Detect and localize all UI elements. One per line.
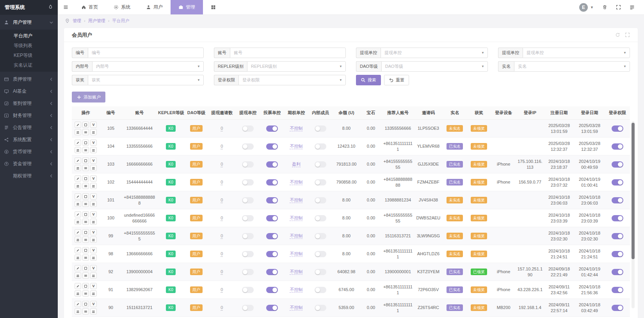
- action-edit-button[interactable]: [75, 175, 81, 182]
- withdraw-toggle[interactable]: [242, 161, 254, 168]
- vote-toggle[interactable]: [266, 143, 278, 150]
- action-window-button[interactable]: [82, 193, 89, 200]
- option-ctrl-link[interactable]: 不控制: [290, 305, 302, 311]
- action-window-button[interactable]: [82, 301, 89, 307]
- fullscreen-icon[interactable]: [616, 5, 621, 10]
- option-ctrl-link[interactable]: 不控制: [290, 216, 302, 221]
- invites-link[interactable]: 0: [221, 233, 223, 239]
- action-edit-button[interactable]: [75, 301, 81, 307]
- action-window-button[interactable]: [82, 283, 89, 289]
- invites-link[interactable]: 0: [221, 180, 223, 185]
- action-team2-button[interactable]: [90, 201, 97, 207]
- action-window-button[interactable]: [82, 247, 89, 253]
- action-window-button[interactable]: [82, 175, 89, 182]
- refresh-icon[interactable]: [615, 32, 620, 37]
- invites-link[interactable]: 0: [221, 216, 223, 221]
- login-perm-toggle[interactable]: [612, 143, 623, 150]
- reset-button[interactable]: 重置: [384, 75, 409, 85]
- sidebar-item-0[interactable]: 用户管理: [0, 18, 58, 27]
- tab-grid[interactable]: [203, 0, 224, 14]
- sidebar-item-3[interactable]: 签到管理: [0, 99, 58, 108]
- action-team2-button[interactable]: [90, 237, 97, 243]
- action-v-button[interactable]: V: [90, 122, 97, 128]
- filter-input[interactable]: 编号: [88, 48, 204, 58]
- invites-link[interactable]: 0: [221, 287, 223, 293]
- vote-toggle[interactable]: [266, 251, 278, 257]
- action-edit-button[interactable]: [75, 247, 81, 253]
- login-perm-toggle[interactable]: [612, 197, 623, 203]
- invites-link[interactable]: 0: [221, 126, 223, 131]
- trash-icon[interactable]: [602, 5, 607, 10]
- withdraw-toggle[interactable]: [242, 125, 254, 132]
- action-team-button[interactable]: [75, 272, 81, 279]
- withdraw-toggle[interactable]: [242, 251, 254, 257]
- action-window-button[interactable]: [82, 265, 89, 271]
- action-v-button[interactable]: V: [90, 157, 97, 164]
- filter-select[interactable]: 内部号▼: [92, 61, 204, 72]
- action-team2-button[interactable]: [90, 272, 97, 279]
- login-perm-toggle[interactable]: [612, 125, 623, 132]
- withdraw-toggle[interactable]: [242, 287, 254, 293]
- action-edit-button[interactable]: [75, 140, 81, 146]
- action-window-button[interactable]: [82, 122, 89, 128]
- withdraw-toggle[interactable]: [242, 179, 254, 186]
- action-list-button[interactable]: [82, 147, 89, 153]
- action-edit-button[interactable]: [75, 265, 81, 271]
- action-team2-button[interactable]: [90, 219, 97, 225]
- internal-toggle[interactable]: [315, 269, 326, 275]
- action-edit-button[interactable]: [75, 211, 81, 217]
- action-list-button[interactable]: [82, 272, 89, 279]
- option-ctrl-link[interactable]: 盈利: [292, 162, 301, 167]
- sidebar-item-9[interactable]: 期权管理: [0, 171, 58, 180]
- action-edit-button[interactable]: [75, 283, 81, 289]
- internal-toggle[interactable]: [315, 143, 326, 150]
- option-ctrl-link[interactable]: 不控制: [290, 269, 302, 275]
- login-perm-toggle[interactable]: [612, 287, 623, 293]
- action-team2-button[interactable]: [90, 254, 97, 261]
- filter-select[interactable]: 提现单控▼: [381, 48, 488, 58]
- login-perm-toggle[interactable]: [612, 305, 623, 311]
- filter-select[interactable]: 实名▼: [514, 61, 630, 72]
- action-team-button[interactable]: [75, 165, 81, 171]
- action-team2-button[interactable]: [90, 308, 97, 314]
- internal-toggle[interactable]: [315, 233, 326, 239]
- internal-toggle[interactable]: [315, 161, 326, 168]
- filter-select[interactable]: REPLER级别▼: [247, 61, 346, 72]
- action-team2-button[interactable]: [90, 129, 97, 135]
- invites-link[interactable]: 0: [221, 269, 223, 275]
- list-panel-icon[interactable]: [630, 5, 635, 10]
- filter-input[interactable]: 账号: [230, 48, 346, 58]
- vote-toggle[interactable]: [266, 233, 278, 239]
- action-list-button[interactable]: [82, 129, 89, 135]
- filter-select[interactable]: 提现单控▼: [523, 48, 630, 58]
- internal-toggle[interactable]: [315, 197, 326, 203]
- droplet-icon[interactable]: [48, 4, 53, 11]
- withdraw-toggle[interactable]: [242, 215, 254, 221]
- invites-link[interactable]: 0: [221, 198, 223, 203]
- tab-系统[interactable]: 系统: [106, 0, 138, 14]
- login-perm-toggle[interactable]: [612, 233, 623, 239]
- action-window-button[interactable]: [82, 157, 89, 164]
- internal-toggle[interactable]: [315, 287, 326, 293]
- invites-link[interactable]: 0: [221, 251, 223, 257]
- vote-toggle[interactable]: [266, 197, 278, 203]
- sidebar-subitem-0[interactable]: 平台用户: [0, 32, 58, 40]
- search-button[interactable]: 搜索: [356, 75, 381, 85]
- withdraw-toggle[interactable]: [242, 197, 254, 203]
- action-list-button[interactable]: [82, 183, 89, 189]
- login-perm-toggle[interactable]: [612, 251, 623, 257]
- avatar[interactable]: E: [579, 3, 588, 12]
- sidebar-item-1[interactable]: 质押管理: [0, 74, 58, 84]
- internal-toggle[interactable]: [315, 305, 326, 311]
- login-perm-toggle[interactable]: [612, 269, 623, 275]
- action-edit-button[interactable]: [75, 157, 81, 164]
- action-list-button[interactable]: [82, 237, 89, 243]
- sidebar-item-2[interactable]: AI基金: [0, 87, 58, 96]
- vote-toggle[interactable]: [266, 161, 278, 168]
- sidebar-item-5[interactable]: 公告管理: [0, 123, 58, 132]
- sidebar-item-6[interactable]: 系统配置: [0, 135, 58, 144]
- option-ctrl-link[interactable]: 不控制: [290, 251, 302, 257]
- sidebar-subitem-2[interactable]: KEP等级: [0, 51, 58, 60]
- tab-管理[interactable]: 管理: [171, 0, 203, 14]
- internal-toggle[interactable]: [315, 125, 326, 132]
